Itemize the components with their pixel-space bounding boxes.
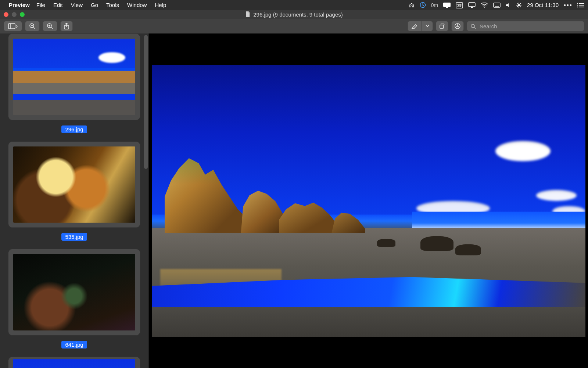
markup-icon: [454, 23, 461, 29]
svg-point-5: [484, 7, 485, 7]
sidebar-icon: [8, 23, 18, 29]
thumbnail-item[interactable]: 296.jpg: [8, 33, 140, 133]
status-airplay-icon[interactable]: [468, 2, 476, 8]
thumbnail-item[interactable]: [8, 357, 140, 368]
zoom-out-button[interactable]: [25, 21, 40, 31]
status-calendar-day: 29: [456, 4, 463, 8]
status-datetime[interactable]: 29 Oct 11:30: [527, 2, 559, 8]
thumbnail-item[interactable]: 535.jpg: [8, 141, 140, 241]
menu-go[interactable]: Go: [91, 2, 98, 8]
preview-window: 296.jpg (9 documents, 9 total pages): [0, 10, 588, 368]
svg-point-11: [577, 4, 578, 6]
menu-help[interactable]: Help: [155, 2, 166, 8]
window-close-button[interactable]: [4, 12, 8, 17]
menu-edit[interactable]: Edit: [53, 2, 63, 8]
svg-rect-2: [446, 7, 448, 8]
window-minimize-button[interactable]: [12, 12, 17, 17]
thumbnail-sidebar: 296.jpg 535.jpg 641.jpg: [0, 33, 148, 368]
status-screen-icon[interactable]: [443, 3, 451, 8]
status-keyboard-icon[interactable]: [493, 3, 501, 8]
svg-point-10: [577, 3, 578, 4]
sidebar-scrollbar[interactable]: [144, 35, 148, 169]
thumbnail-image: [13, 146, 135, 223]
svg-point-9: [570, 4, 571, 6]
svg-rect-17: [440, 25, 444, 28]
thumbnail-label: 641.jpg: [61, 341, 87, 348]
status-dots-icon[interactable]: [564, 4, 572, 6]
macos-menubar: Preview File Edit View Go Tools Window H…: [0, 0, 588, 10]
app-menu[interactable]: Preview: [9, 2, 30, 8]
zoom-out-icon: [29, 23, 36, 29]
status-app-icon[interactable]: [409, 2, 415, 8]
highlight-icon: [411, 23, 418, 29]
share-button[interactable]: [60, 21, 73, 31]
rotate-icon: [439, 23, 445, 29]
svg-rect-13: [8, 24, 15, 29]
svg-point-12: [577, 6, 578, 7]
svg-point-19: [471, 24, 474, 28]
window-titlebar[interactable]: 296.jpg (9 documents, 9 total pages): [0, 10, 588, 19]
zoom-in-icon: [47, 23, 53, 29]
highlight-menu-button[interactable]: [408, 21, 433, 31]
status-wifi-icon[interactable]: [481, 3, 488, 8]
zoom-in-button[interactable]: [43, 21, 57, 31]
share-icon: [64, 23, 69, 29]
document-icon: [245, 11, 250, 17]
menu-view[interactable]: View: [71, 2, 83, 8]
svg-rect-1: [443, 3, 451, 7]
window-title: 296.jpg (9 documents, 9 total pages): [245, 11, 343, 18]
viewer-canvas: [152, 65, 585, 337]
thumbnail-item[interactable]: 641.jpg: [8, 249, 140, 348]
thumbnail-label: 535.jpg: [61, 233, 87, 241]
search-input[interactable]: [479, 23, 581, 30]
svg-point-8: [567, 4, 569, 6]
window-controls: [4, 12, 25, 17]
content-area: 296.jpg 535.jpg 641.jpg: [0, 33, 588, 368]
status-volume-icon[interactable]: [506, 3, 511, 8]
thumbnail-label: 296.jpg: [61, 125, 87, 133]
status-calendar-icon[interactable]: 29: [456, 2, 463, 8]
thumbnail-list[interactable]: 296.jpg 535.jpg 641.jpg: [0, 33, 148, 368]
thumbnail-image: [13, 254, 135, 330]
status-icons: 0m 29: [409, 2, 584, 8]
svg-rect-6: [494, 3, 500, 7]
markup-button[interactable]: [451, 21, 464, 31]
thumbnail-image: [13, 39, 135, 115]
status-sync-icon[interactable]: [420, 2, 426, 8]
menu-window[interactable]: Window: [127, 2, 147, 8]
svg-point-7: [564, 4, 566, 6]
svg-rect-4: [469, 3, 475, 7]
thumbnail-image: [13, 359, 135, 368]
status-extra-icon[interactable]: [516, 2, 522, 8]
search-icon: [470, 24, 476, 29]
image-viewer[interactable]: [148, 33, 588, 368]
search-field[interactable]: [467, 21, 584, 31]
window-title-text: 296.jpg (9 documents, 9 total pages): [253, 11, 343, 18]
rotate-button[interactable]: [436, 21, 448, 31]
highlight-menu-chevron[interactable]: [422, 21, 433, 31]
chevron-down-icon: [426, 25, 429, 28]
status-list-icon[interactable]: [577, 3, 584, 8]
menu-file[interactable]: File: [36, 2, 45, 8]
status-timer[interactable]: 0m: [431, 2, 438, 8]
sidebar-toggle-button[interactable]: [4, 21, 22, 31]
menu-tools[interactable]: Tools: [106, 2, 119, 8]
toolbar: [0, 19, 588, 34]
window-zoom-button[interactable]: [20, 12, 25, 17]
